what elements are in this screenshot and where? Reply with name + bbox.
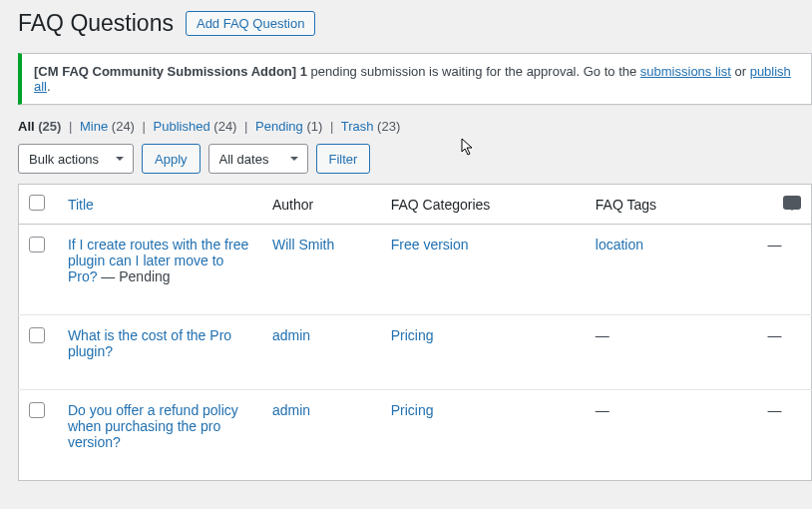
row-comments: — bbox=[767, 237, 781, 253]
filter-published[interactable]: Published bbox=[154, 119, 210, 134]
submissions-list-link[interactable]: submissions list bbox=[640, 64, 731, 79]
filter-mine[interactable]: Mine bbox=[80, 119, 108, 134]
row-category-link[interactable]: Pricing bbox=[391, 402, 434, 418]
col-header-comments[interactable] bbox=[757, 185, 811, 225]
row-comments: — bbox=[767, 402, 781, 418]
notice-bold: [CM FAQ Community Submissions Addon] 1 bbox=[34, 64, 307, 79]
row-checkbox[interactable] bbox=[29, 237, 45, 253]
notice-text-1: pending submission is waiting for the ap… bbox=[307, 64, 640, 79]
row-state: — Pending bbox=[97, 268, 170, 284]
table-row: What is the cost of the Pro plugin? admi… bbox=[19, 315, 812, 390]
row-category-link[interactable]: Free version bbox=[391, 237, 469, 253]
row-tag: — bbox=[596, 402, 609, 418]
col-header-author: Author bbox=[262, 185, 381, 225]
row-tag: — bbox=[596, 327, 609, 343]
filter-trash[interactable]: Trash bbox=[341, 119, 374, 134]
dates-select[interactable]: All dates bbox=[208, 144, 308, 174]
pending-submission-notice: [CM FAQ Community Submissions Addon] 1 p… bbox=[18, 53, 812, 105]
col-header-tags: FAQ Tags bbox=[586, 185, 758, 225]
row-checkbox[interactable] bbox=[29, 327, 45, 343]
row-author-link[interactable]: admin bbox=[272, 402, 310, 418]
status-filters: All (25) | Mine (24) | Published (24) | … bbox=[18, 119, 812, 134]
row-title-link[interactable]: What is the cost of the Pro plugin? bbox=[68, 327, 231, 359]
filter-pending[interactable]: Pending bbox=[255, 119, 303, 134]
row-comments: — bbox=[767, 327, 781, 343]
row-author-link[interactable]: Will Smith bbox=[272, 237, 334, 253]
bulk-actions-select[interactable]: Bulk actions bbox=[18, 144, 134, 174]
notice-text-3: . bbox=[47, 79, 51, 94]
filter-all[interactable]: All (25) bbox=[18, 119, 61, 134]
row-title-link[interactable]: Do you offer a refund policy when purcha… bbox=[68, 402, 238, 450]
add-faq-button[interactable]: Add FAQ Question bbox=[186, 11, 315, 36]
col-header-categories: FAQ Categories bbox=[381, 185, 586, 225]
notice-text-2: or bbox=[731, 64, 750, 79]
select-all-checkbox[interactable] bbox=[29, 195, 45, 211]
table-row: If I create routes with the free plugin … bbox=[19, 225, 812, 315]
comment-icon bbox=[783, 196, 801, 210]
page-title: FAQ Questions bbox=[18, 10, 174, 37]
table-row: Do you offer a refund policy when purcha… bbox=[19, 390, 812, 481]
filter-button[interactable]: Filter bbox=[316, 144, 371, 174]
row-checkbox[interactable] bbox=[29, 402, 45, 418]
row-category-link[interactable]: Pricing bbox=[391, 327, 434, 343]
row-author-link[interactable]: admin bbox=[272, 327, 310, 343]
row-tag-link[interactable]: location bbox=[596, 237, 643, 253]
apply-button[interactable]: Apply bbox=[142, 144, 201, 174]
col-header-title[interactable]: Title bbox=[58, 185, 262, 225]
faq-table: Title Author FAQ Categories FAQ Tags If … bbox=[18, 184, 812, 481]
